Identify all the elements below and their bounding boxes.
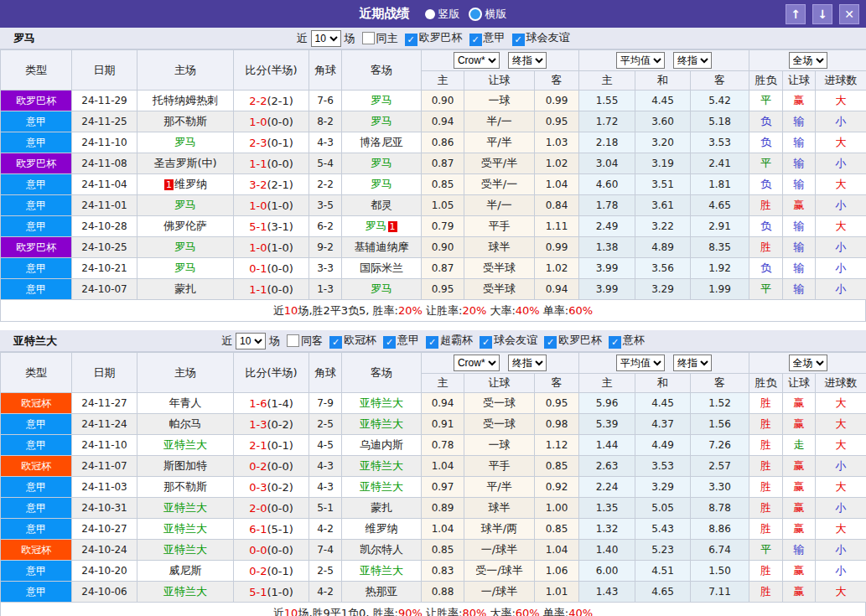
vertical-layout-radio[interactable]: [425, 9, 435, 19]
halftime-score: (0-0): [267, 158, 293, 170]
avg-home-odds-cell: 6.00: [579, 561, 635, 582]
same-venue-checkbox[interactable]: [362, 32, 375, 44]
avg-away-odds-cell: 7.11: [691, 582, 749, 603]
league-checkbox[interactable]: ✓: [383, 336, 396, 349]
move-up-icon[interactable]: ↑: [786, 4, 806, 24]
average-select[interactable]: 平均值: [616, 355, 665, 371]
league-checkbox-label[interactable]: 意甲: [397, 334, 419, 346]
result-wdl-cell: 负: [749, 174, 783, 195]
bookmaker-select[interactable]: Crow*: [454, 355, 500, 371]
team-name-text: 热那亚: [366, 585, 398, 598]
league-type-cell: 意甲: [1, 519, 72, 540]
match-row: 意甲24-10-31亚特兰大2-0(0-0)5-1蒙扎0.89球半1.001.3…: [1, 498, 866, 519]
league-checkbox-label[interactable]: 球会友谊: [526, 31, 570, 44]
league-checkbox-label[interactable]: 意杯: [623, 334, 645, 346]
team2-section: 亚特兰大 近 10 场 同客 ✓欧冠杯✓意甲✓超霸杯✓球会友谊✓欧罗巴杯✓意杯: [0, 330, 866, 616]
same-venue-checkbox[interactable]: [287, 334, 299, 347]
col-wdl: 胜负: [749, 71, 783, 91]
avg-home-odds-cell: 3.04: [579, 153, 635, 174]
avg-home-odds-cell: 5.96: [579, 393, 635, 414]
handicap-line-cell: 受一球: [464, 393, 535, 414]
result-handicap-cell: 输: [783, 279, 816, 300]
avg-away-odds-cell: 1.50: [691, 561, 749, 582]
corners-cell: 7-6: [309, 91, 342, 111]
close-icon[interactable]: ✕: [839, 4, 859, 24]
date-cell: 24-11-29: [72, 91, 137, 111]
handicap-home-odds-cell: 0.85: [422, 174, 464, 195]
away-team-cell: 维罗纳: [342, 519, 422, 540]
final-odds-select[interactable]: 终指: [508, 355, 547, 371]
score-cell: 2-3(0-1): [234, 132, 309, 153]
score-cell: 6-1(5-1): [234, 519, 309, 540]
league-checkbox-label[interactable]: 欧冠杯: [344, 334, 376, 346]
league-checkbox[interactable]: ✓: [544, 336, 557, 349]
handicap-line-cell: 受半球: [464, 279, 535, 300]
date-cell: 24-11-08: [72, 153, 137, 174]
corners-cell: 4-3: [309, 132, 342, 153]
final-odds-select-2[interactable]: 终指: [673, 52, 712, 69]
score-cell: 0-0(0-0): [234, 540, 309, 561]
match-row: 意甲24-10-07蒙扎1-1(0-0)1-3罗马0.95受半球0.943.99…: [1, 279, 866, 300]
handicap-away-odds-cell: 1.01: [535, 582, 579, 603]
handicap-home-odds-cell: 1.04: [422, 456, 464, 477]
date-cell: 24-11-10: [72, 132, 137, 153]
same-venue-label[interactable]: 同主: [376, 31, 398, 46]
fullmatch-select[interactable]: 全场: [789, 52, 827, 69]
league-checkbox[interactable]: ✓: [469, 34, 482, 46]
date-cell: 24-11-07: [72, 456, 137, 477]
halftime-score: (5-1): [267, 523, 293, 536]
avg-draw-odds-cell: 3.20: [635, 132, 691, 153]
games-count-select[interactable]: 10: [236, 333, 266, 349]
team-name-text: 罗马: [366, 220, 387, 232]
avg-away-odds-cell: 1.99: [691, 279, 749, 300]
col-corner: 角球: [309, 353, 342, 393]
away-team-cell: 国际米兰: [342, 258, 422, 279]
horizontal-layout-label[interactable]: 横版: [485, 7, 507, 22]
league-checkbox[interactable]: ✓: [512, 34, 525, 46]
result-handicap-cell: 赢: [783, 582, 816, 603]
games-unit-label: 场: [269, 334, 280, 349]
date-cell: 24-10-25: [72, 237, 137, 258]
result-wdl-cell: 胜: [749, 237, 783, 258]
halftime-score: (0-2): [267, 481, 293, 494]
league-checkbox[interactable]: ✓: [609, 336, 621, 349]
fullmatch-select[interactable]: 全场: [789, 355, 827, 371]
handicap-home-odds-cell: 0.95: [422, 279, 464, 300]
league-checkbox[interactable]: ✓: [405, 34, 417, 46]
league-checkbox[interactable]: ✓: [329, 336, 342, 349]
handicap-line-cell: 半/一: [464, 195, 535, 216]
final-odds-select[interactable]: 终指: [508, 52, 547, 69]
bookmaker-select[interactable]: Crow*: [454, 52, 500, 69]
vertical-layout-label[interactable]: 竖版: [438, 7, 460, 22]
handicap-home-odds-cell: 0.85: [422, 540, 464, 561]
handicap-away-odds-cell: 1.06: [535, 561, 579, 582]
away-team-cell: 罗马: [342, 279, 422, 300]
same-venue-label[interactable]: 同客: [301, 334, 323, 349]
league-checkbox-label[interactable]: 超霸杯: [440, 334, 473, 346]
league-checkbox-label[interactable]: 欧罗巴杯: [419, 31, 463, 44]
avg-away-odds-cell: 4.65: [691, 195, 749, 216]
result-goals-cell: 小: [816, 258, 866, 279]
avg-away-odds-cell: 3.53: [691, 132, 749, 153]
average-select[interactable]: 平均值: [616, 52, 665, 69]
team-name-text: 亚特兰大: [163, 585, 207, 598]
halftime-score: (0-0): [267, 544, 293, 556]
horizontal-layout-radio[interactable]: [469, 8, 482, 21]
summary-text-segment: 单率:: [540, 304, 569, 317]
league-checkbox[interactable]: ✓: [480, 336, 492, 349]
score-cell: 3-2(2-1): [234, 174, 309, 195]
date-cell: 24-11-04: [72, 174, 137, 195]
handicap-line-cell: 受一/球半: [464, 561, 535, 582]
final-odds-select-2[interactable]: 终指: [673, 355, 712, 371]
league-checkbox-label[interactable]: 球会友谊: [494, 334, 537, 346]
league-checkbox-label[interactable]: 欧罗巴杯: [558, 334, 602, 346]
team-name-text: 亚特兰大: [360, 480, 403, 493]
league-checkbox-label[interactable]: 意甲: [484, 31, 506, 44]
home-team-cell: 那不勒斯: [137, 477, 234, 498]
summary-text-segment: 90%: [398, 607, 423, 616]
result-goals-cell: 小: [816, 279, 866, 300]
games-count-select[interactable]: 10: [311, 30, 341, 47]
league-checkbox[interactable]: ✓: [426, 336, 438, 349]
move-down-icon[interactable]: ↓: [812, 4, 832, 24]
fulltime-score: 2-1: [249, 439, 267, 452]
